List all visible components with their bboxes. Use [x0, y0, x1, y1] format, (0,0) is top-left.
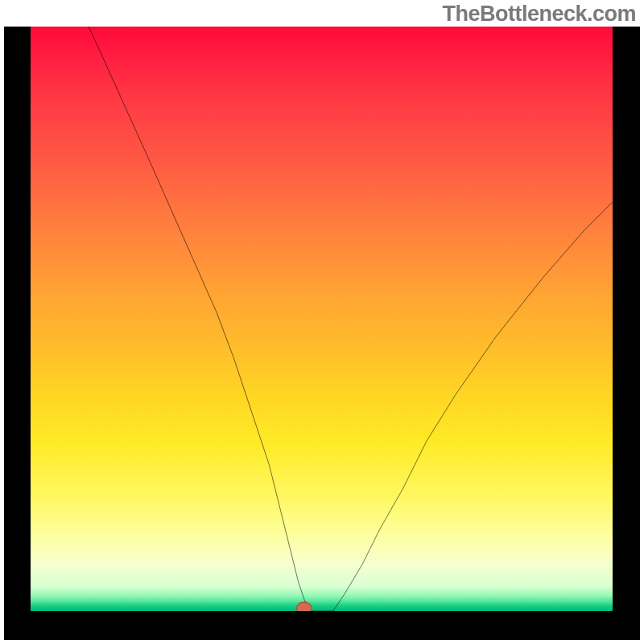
chart-plot [31, 27, 613, 611]
watermark-text: TheBottleneck.com [442, 2, 636, 27]
chart-container: TheBottleneck.com [0, 0, 644, 644]
marker-dot [296, 602, 312, 611]
bottleneck-curve [89, 27, 613, 611]
